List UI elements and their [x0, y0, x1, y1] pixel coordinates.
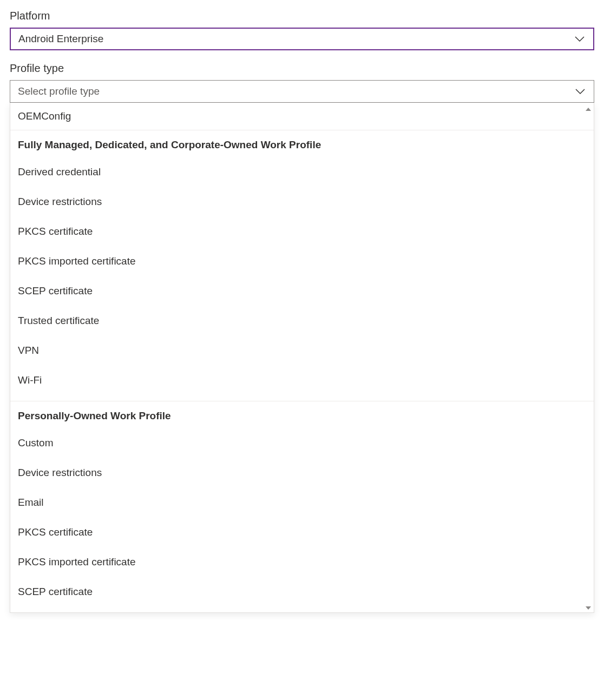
chevron-down-icon — [574, 85, 586, 97]
profile-type-dropdown: OEMConfig Fully Managed, Dedicated, and … — [10, 103, 594, 613]
platform-field: Platform Android Enterprise — [10, 10, 594, 50]
option-wifi[interactable]: Wi-Fi — [10, 366, 594, 395]
group-personally-owned: Personally-Owned Work Profile Custom Dev… — [10, 401, 594, 612]
option-oemconfig[interactable]: OEMConfig — [10, 103, 594, 130]
option-pkcs-imported-certificate-2[interactable]: PKCS imported certificate — [10, 547, 594, 577]
option-pkcs-certificate[interactable]: PKCS certificate — [10, 217, 594, 247]
chevron-down-icon — [574, 33, 586, 45]
option-scep-certificate[interactable]: SCEP certificate — [10, 276, 594, 306]
profile-type-field: Profile type Select profile type OEMConf… — [10, 62, 594, 613]
platform-label: Platform — [10, 10, 594, 22]
platform-select[interactable]: Android Enterprise — [10, 28, 594, 50]
platform-select-value: Android Enterprise — [18, 33, 103, 45]
group-header-fully-managed: Fully Managed, Dedicated, and Corporate-… — [10, 130, 594, 157]
option-derived-credential[interactable]: Derived credential — [10, 157, 594, 187]
option-vpn[interactable]: VPN — [10, 336, 594, 366]
option-scep-certificate-2[interactable]: SCEP certificate — [10, 577, 594, 607]
profile-type-label: Profile type — [10, 62, 594, 75]
option-trusted-certificate[interactable]: Trusted certificate — [10, 306, 594, 336]
group-fully-managed: Fully Managed, Dedicated, and Corporate-… — [10, 130, 594, 401]
option-pkcs-imported-certificate[interactable]: PKCS imported certificate — [10, 247, 594, 276]
option-device-restrictions[interactable]: Device restrictions — [10, 187, 594, 217]
option-email[interactable]: Email — [10, 488, 594, 518]
option-device-restrictions-2[interactable]: Device restrictions — [10, 458, 594, 488]
option-custom[interactable]: Custom — [10, 428, 594, 458]
profile-type-placeholder: Select profile type — [18, 85, 100, 97]
profile-type-select[interactable]: Select profile type — [10, 80, 594, 103]
option-pkcs-certificate-2[interactable]: PKCS certificate — [10, 518, 594, 547]
group-header-personally-owned: Personally-Owned Work Profile — [10, 401, 594, 428]
dropdown-scroll[interactable]: OEMConfig Fully Managed, Dedicated, and … — [10, 103, 594, 612]
